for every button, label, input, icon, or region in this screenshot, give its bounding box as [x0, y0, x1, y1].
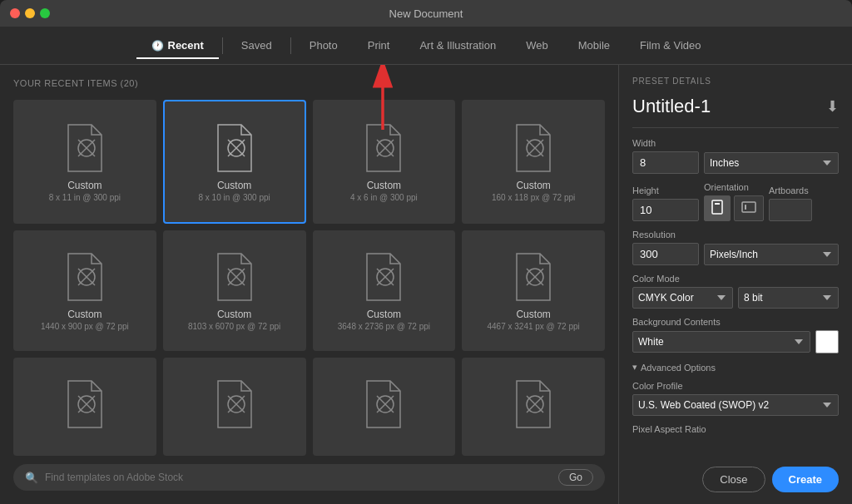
grid-item-11[interactable] — [462, 358, 605, 456]
background-label: Background Contents — [632, 317, 839, 327]
landscape-button[interactable] — [734, 195, 764, 221]
color-mode-field-group: Color Mode CMYK Color RGB Color Grayscal… — [632, 274, 839, 309]
grid-item-4[interactable]: Custom 1440 x 900 px @ 72 ppi — [13, 230, 156, 351]
orientation-buttons — [704, 195, 764, 221]
search-input[interactable] — [45, 472, 552, 483]
recent-items-grid: Custom 8 x 11 in @ 300 ppi Custom 8 x 10… — [13, 100, 605, 456]
svg-rect-39 — [715, 203, 720, 205]
tab-mobile[interactable]: Mobile — [563, 32, 625, 58]
svg-rect-38 — [712, 200, 722, 214]
height-input[interactable] — [632, 199, 699, 221]
preset-details-label: PRESET DETAILS — [632, 77, 839, 86]
grid-item-4-title: Custom — [67, 309, 102, 320]
width-input[interactable] — [632, 151, 699, 174]
preset-title-row: Untitled-1 ⬇ — [632, 96, 839, 117]
grid-item-0[interactable]: Custom 8 x 11 in @ 300 ppi — [13, 100, 156, 224]
clock-icon: 🕐 — [151, 40, 164, 52]
grid-item-5-title: Custom — [217, 309, 251, 320]
window-title: New Document — [389, 7, 463, 20]
width-unit-select[interactable]: Inches Pixels Centimeters Millimeters — [704, 152, 839, 174]
artboards-input[interactable] — [769, 199, 812, 221]
grid-item-8[interactable] — [13, 358, 156, 456]
create-button[interactable]: Create — [772, 467, 839, 492]
grid-item-2-title: Custom — [367, 180, 401, 191]
bottom-buttons: Close Create — [632, 460, 839, 492]
color-mode-row: CMYK Color RGB Color Grayscale Bitmap La… — [632, 287, 839, 309]
portrait-button[interactable] — [704, 195, 731, 221]
color-mode-label: Color Mode — [632, 274, 839, 284]
grid-item-1[interactable]: Custom 8 x 10 in @ 300 ppi — [163, 100, 306, 224]
tab-saved[interactable]: Saved — [226, 32, 287, 58]
width-unit-wrapper: Inches Pixels Centimeters Millimeters — [704, 152, 839, 174]
grid-item-7-title: Custom — [516, 309, 550, 320]
search-icon: 🔍 — [25, 472, 38, 484]
height-orient-row: Height Orientation — [632, 182, 839, 221]
grid-item-3-sub: 160 x 118 px @ 72 ppi — [492, 193, 575, 202]
pixel-ratio-label: Pixel Aspect Ratio — [632, 424, 839, 434]
orientation-label: Orientation — [704, 182, 764, 192]
tab-photo[interactable]: Photo — [295, 32, 353, 58]
resolution-unit-select[interactable]: Pixels/Inch Pixels/Centimeter — [704, 244, 839, 265]
grid-item-0-title: Custom — [67, 180, 102, 191]
close-button[interactable]: Close — [702, 467, 765, 492]
grid-item-10[interactable] — [313, 358, 456, 456]
color-profile-field-group: Color Profile U.S. Web Coated (SWOP) v2 … — [632, 381, 839, 416]
tab-art[interactable]: Art & Illustration — [404, 32, 511, 58]
grid-item-3[interactable]: Custom 160 x 118 px @ 72 ppi — [462, 100, 605, 224]
grid-item-9[interactable] — [163, 358, 306, 456]
artboards-label: Artboards — [769, 185, 812, 195]
width-row: Inches Pixels Centimeters Millimeters — [632, 151, 839, 174]
go-button[interactable]: Go — [558, 469, 593, 486]
advanced-options-toggle[interactable]: ▾ Advanced Options — [632, 362, 839, 373]
resolution-input[interactable] — [632, 243, 699, 265]
width-field-group: Width Inches Pixels Centimeters Millimet… — [632, 138, 839, 174]
right-panel: PRESET DETAILS Untitled-1 ⬇ Width Inches… — [619, 65, 852, 504]
background-select[interactable]: White Black Background Color Transparent… — [632, 331, 810, 353]
grid-item-5[interactable]: Custom 8103 x 6070 px @ 72 ppi — [163, 230, 306, 351]
resolution-unit-wrapper: Pixels/Inch Pixels/Centimeter — [704, 244, 839, 265]
grid-item-0-sub: 8 x 11 in @ 300 ppi — [49, 193, 121, 202]
grid-item-4-sub: 1440 x 900 px @ 72 ppi — [41, 322, 129, 331]
tabbar: 🕐 Recent Saved Photo Print Art & Illustr… — [0, 27, 852, 65]
close-dot[interactable] — [10, 8, 20, 18]
resolution-row: Pixels/Inch Pixels/Centimeter — [632, 243, 839, 265]
grid-item-6[interactable]: Custom 3648 x 2736 px @ 72 ppi — [313, 230, 456, 351]
recent-header: YOUR RECENT ITEMS (20) — [13, 78, 605, 88]
color-depth-wrapper: 8 bit 1 bit 16 bit 32 bit — [738, 287, 839, 309]
titlebar: New Document — [0, 0, 852, 27]
color-mode-select[interactable]: CMYK Color RGB Color Grayscale Bitmap La… — [632, 287, 733, 309]
background-field-group: Background Contents White Black Backgrou… — [632, 317, 839, 353]
background-select-wrapper: White Black Background Color Transparent… — [632, 331, 810, 353]
tab-separator-2 — [290, 37, 291, 54]
tab-web[interactable]: Web — [511, 32, 563, 58]
color-profile-wrapper: U.S. Web Coated (SWOP) v2 U.S. Web Uncoa… — [632, 394, 839, 416]
maximize-dot[interactable] — [40, 8, 50, 18]
resolution-field-group: Resolution Pixels/Inch Pixels/Centimeter — [632, 230, 839, 265]
background-color-swatch[interactable] — [815, 330, 839, 353]
grid-item-7[interactable]: Custom 4467 x 3241 px @ 72 ppi — [462, 230, 605, 351]
tab-recent[interactable]: 🕐 Recent — [136, 32, 219, 58]
color-profile-select[interactable]: U.S. Web Coated (SWOP) v2 U.S. Web Uncoa… — [632, 394, 839, 416]
height-group: Height — [632, 185, 699, 221]
tab-separator-1 — [222, 37, 223, 54]
color-profile-label: Color Profile — [632, 381, 839, 391]
minimize-dot[interactable] — [25, 8, 35, 18]
tab-film[interactable]: Film & Video — [625, 32, 716, 58]
preset-title: Untitled-1 — [632, 96, 711, 117]
chevron-down-icon: ▾ — [632, 362, 637, 373]
orientation-group: Orientation — [704, 182, 764, 221]
pixel-ratio-group: Pixel Aspect Ratio — [632, 424, 839, 437]
height-label: Height — [632, 185, 699, 195]
tab-print[interactable]: Print — [353, 32, 405, 58]
color-depth-select[interactable]: 8 bit 1 bit 16 bit 32 bit — [738, 287, 839, 309]
grid-item-6-title: Custom — [367, 309, 401, 320]
grid-item-5-sub: 8103 x 6070 px @ 72 ppi — [188, 322, 280, 331]
grid-item-1-sub: 8 x 10 in @ 300 ppi — [198, 193, 270, 202]
grid-item-2-sub: 4 x 6 in @ 300 ppi — [350, 193, 418, 202]
artboards-group: Artboards — [769, 185, 812, 221]
save-preset-icon[interactable]: ⬇ — [826, 97, 839, 116]
svg-rect-41 — [745, 205, 746, 210]
grid-item-2[interactable]: Custom 4 x 6 in @ 300 ppi — [313, 100, 456, 224]
divider-1 — [632, 127, 839, 128]
search-bar: 🔍 Go — [13, 464, 605, 491]
